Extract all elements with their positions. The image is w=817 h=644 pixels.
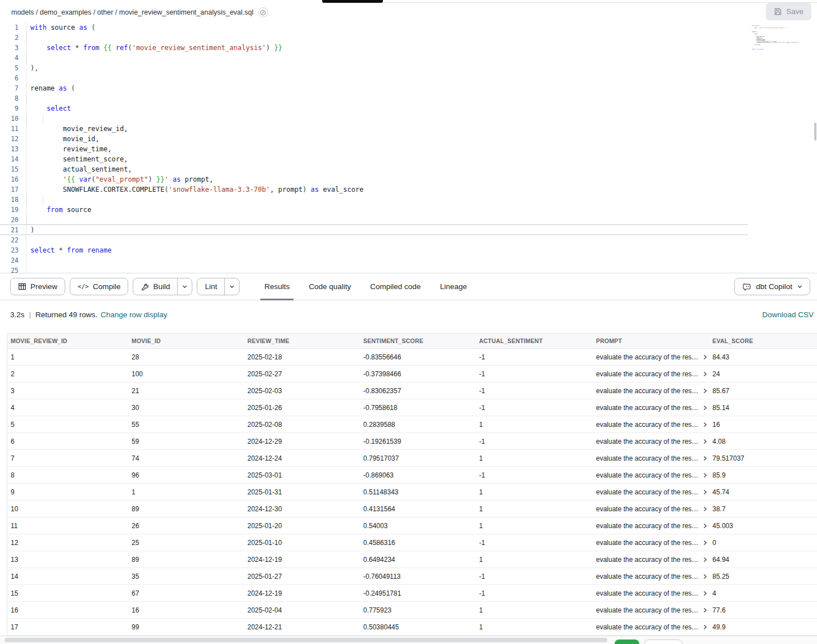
prompt-preview-text: evaluate the accuracy of the res…	[596, 370, 698, 378]
cell: 1	[7, 353, 128, 361]
col-sentiment-score[interactable]: SENTIMENT_SCORE	[360, 337, 476, 344]
save-button[interactable]: Save	[766, 3, 811, 20]
col-eval-score[interactable]: EVAL_SCORE	[709, 337, 817, 344]
prompt-expand-chevron-icon[interactable]	[702, 422, 708, 427]
dbt-copilot-button[interactable]: dbt Copilot	[734, 278, 810, 295]
col-prompt[interactable]: PROMPT	[593, 337, 709, 344]
table-row: 21002025-02-27-0.37398466-1evaluate the …	[7, 366, 817, 382]
download-csv-link[interactable]: Download CSV	[762, 310, 814, 319]
code-line-18[interactable]: 18	[0, 195, 817, 205]
cell: 0.51148343	[360, 488, 476, 496]
tab-results[interactable]: Results	[264, 273, 290, 300]
prompt-preview-text: evaluate the accuracy of the res…	[596, 522, 698, 530]
code-line-19[interactable]: 19 from source	[0, 205, 817, 215]
prompt-expand-chevron-icon[interactable]	[702, 624, 708, 630]
col-review-time[interactable]: REVIEW_TIME	[244, 337, 360, 344]
code-line-1[interactable]: 1with source as (	[0, 22, 817, 33]
wrench-icon	[141, 282, 149, 291]
code-line-9[interactable]: 9 select	[0, 103, 817, 114]
compile-button[interactable]: </> Compile	[70, 278, 128, 295]
code-line-7[interactable]: 7rename as (	[0, 83, 817, 93]
prompt-expand-chevron-icon[interactable]	[702, 405, 708, 411]
cell: 2025-02-27	[244, 370, 360, 378]
cell: 1	[476, 421, 593, 429]
horizontal-scroll-thumb[interactable]	[4, 638, 607, 642]
code-line-17[interactable]: 17 SNOWFLAKE.CORTEX.COMPLETE('snowflake-…	[0, 184, 817, 195]
prompt-expand-chevron-icon[interactable]	[702, 506, 708, 512]
code-line-12[interactable]: 12 movie_id,	[0, 134, 817, 144]
line-number: 23	[0, 245, 26, 255]
copilot-icon	[742, 282, 751, 291]
cell: 3	[7, 387, 128, 395]
prompt-expand-chevron-icon[interactable]	[702, 607, 708, 613]
prompt-expand-chevron-icon[interactable]	[702, 489, 708, 495]
cell: 2025-03-01	[244, 471, 360, 479]
code-line-10[interactable]: 10	[0, 114, 817, 124]
code-line-22[interactable]: 22	[0, 235, 817, 245]
editor-scrollbar[interactable]	[814, 123, 816, 141]
build-dropdown[interactable]	[177, 278, 192, 295]
code-line-25[interactable]: 25	[0, 265, 817, 273]
prompt-expand-chevron-icon[interactable]	[702, 540, 708, 546]
editor-minimap[interactable]: 1with source as (23 select * from {{ ref…	[751, 24, 814, 50]
prompt-expand-chevron-icon[interactable]	[702, 456, 708, 461]
col-movie-review-id[interactable]: MOVIE_REVIEW_ID	[7, 337, 128, 344]
lint-dropdown[interactable]	[224, 278, 239, 295]
code-line-15[interactable]: 15 actual_sentiment,	[0, 164, 817, 174]
cell: 16	[128, 606, 244, 614]
prompt-cell: evaluate the accuracy of the res…	[593, 522, 709, 530]
prompt-expand-chevron-icon[interactable]	[702, 591, 708, 596]
code-line-21[interactable]: 21)	[0, 225, 817, 235]
cell: 1	[476, 505, 593, 513]
editor-lines[interactable]: 1with source as (23 select * from {{ ref…	[0, 22, 817, 273]
tab-compiled-code[interactable]: Compiled code	[370, 273, 421, 300]
col-movie-id[interactable]: MOVIE_ID	[128, 337, 244, 344]
prompt-preview-text: evaluate the accuracy of the res…	[596, 556, 698, 564]
cell: -1	[476, 404, 593, 412]
cell: -0.76049113	[360, 573, 476, 580]
code-line-4[interactable]: 4	[0, 53, 817, 63]
prompt-cell: evaluate the accuracy of the res…	[593, 589, 709, 597]
cell: 1	[128, 488, 244, 496]
code-line-14[interactable]: 14 sentiment_score,	[0, 154, 817, 164]
prompt-cell: evaluate the accuracy of the res…	[593, 454, 709, 462]
table-row: 3212025-02-03-0.83062357-1evaluate the a…	[7, 382, 817, 399]
prompt-cell: evaluate the accuracy of the res…	[593, 556, 709, 564]
prompt-cell: evaluate the accuracy of the res…	[593, 471, 709, 479]
code-line-24[interactable]: 24	[0, 255, 817, 265]
prompt-expand-chevron-icon[interactable]	[702, 371, 708, 377]
change-row-display-link[interactable]: Change row display	[101, 310, 168, 319]
prompt-cell: evaluate the accuracy of the res…	[593, 387, 709, 395]
prompt-expand-chevron-icon[interactable]	[702, 439, 708, 444]
prompt-expand-chevron-icon[interactable]	[702, 523, 708, 529]
code-line-20[interactable]: 20	[0, 215, 817, 225]
code-line-13[interactable]: 13 review_time,	[0, 144, 817, 154]
breadcrumb[interactable]: models / demo_examples / other / movie_r…	[11, 7, 268, 17]
code-line-16[interactable]: 16 '{{ var("eval_prompt") }}' as prompt,	[0, 174, 817, 184]
status-pill-green[interactable]	[615, 640, 639, 644]
preview-button[interactable]: Preview	[10, 278, 65, 295]
code-editor[interactable]: 1with source as (23 select * from {{ ref…	[0, 22, 817, 273]
code-line-5[interactable]: 5),	[0, 63, 817, 73]
cell: 99	[128, 623, 244, 631]
horizontal-scrollbar[interactable]	[0, 636, 817, 644]
prompt-expand-chevron-icon[interactable]	[702, 557, 708, 562]
prompt-expand-chevron-icon[interactable]	[702, 354, 708, 360]
lint-button[interactable]: Lint	[197, 278, 240, 295]
tab-lineage[interactable]: Lineage	[440, 273, 467, 300]
code-line-23[interactable]: 23select * from rename	[0, 245, 817, 255]
code-line-6[interactable]: 6	[0, 73, 817, 83]
code-line-25[interactable]: 25	[751, 49, 814, 50]
col-actual-sentiment[interactable]: ACTUAL_SENTIMENT	[476, 337, 593, 344]
cell: -1	[476, 471, 593, 479]
code-line-8[interactable]: 8	[0, 93, 817, 103]
code-line-2[interactable]: 2	[0, 33, 817, 43]
prompt-expand-chevron-icon[interactable]	[702, 388, 708, 394]
build-button[interactable]: Build	[133, 278, 192, 295]
code-line-3[interactable]: 3 select * from {{ ref('movie_review_sen…	[0, 43, 817, 53]
prompt-expand-chevron-icon[interactable]	[702, 472, 708, 478]
code-line-11[interactable]: 11 movie_review_id,	[0, 124, 817, 134]
status-pill-secondary[interactable]	[644, 640, 683, 644]
tab-code-quality[interactable]: Code quality	[309, 273, 351, 300]
prompt-expand-chevron-icon[interactable]	[702, 574, 708, 579]
